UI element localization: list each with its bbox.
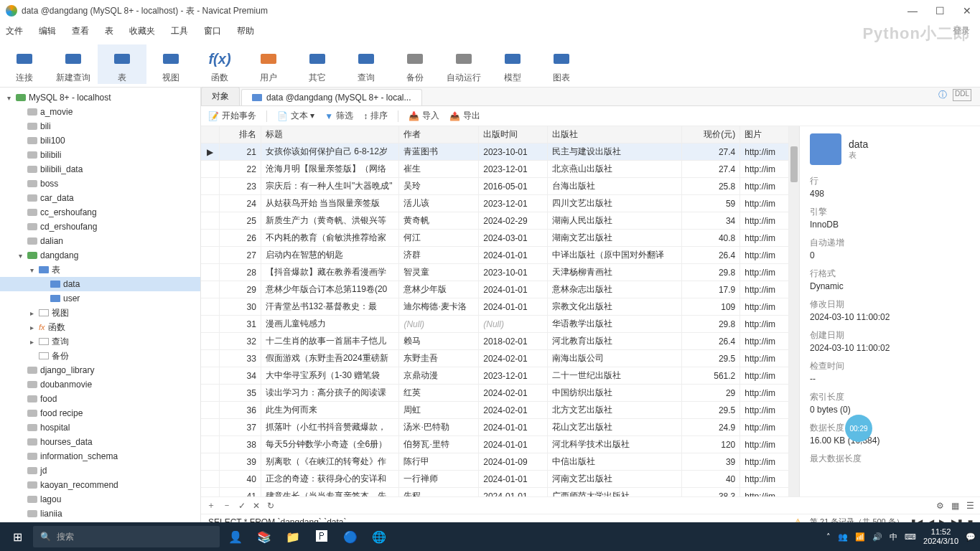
menu-window[interactable]: 窗口 (204, 25, 221, 37)
toolbar-表[interactable]: 表 (98, 44, 146, 84)
tree-item-视图[interactable]: ▸视图 (0, 306, 200, 320)
menu-file[interactable]: 文件 (6, 25, 23, 37)
tree-item-user[interactable]: user (0, 291, 200, 306)
column-header[interactable]: 出版时间 (479, 126, 548, 143)
twisty-icon[interactable]: ▾ (16, 252, 24, 260)
menu-favorites[interactable]: 收藏夹 (129, 25, 155, 37)
data-grid[interactable]: 排名标题作者出版时间出版社现价(元)图片▶21女孩你该如何保护自己 6-8-12… (201, 126, 789, 496)
taskbar-search[interactable]: 🔍 搜索 (33, 526, 220, 547)
toolbar-自动运行[interactable]: 自动运行 (439, 44, 488, 84)
toolbar-备份[interactable]: 备份 (391, 44, 439, 84)
tree-item-dangdang[interactable]: ▾dangdang (0, 248, 200, 263)
tree-item-bili100[interactable]: bili100 (0, 133, 200, 148)
menu-help[interactable]: 帮助 (237, 25, 254, 37)
tree-item-information_schema[interactable]: information_schema (0, 449, 200, 463)
tree-item-a_movie[interactable]: a_movie (0, 105, 200, 119)
tree-item-bilibili[interactable]: bilibili (0, 148, 200, 162)
tree-item-hospital[interactable]: hospital (0, 420, 200, 435)
table-row[interactable]: 28【抖音爆款】藏在教养看漫画学智灵童2023-10-01天津杨柳青画社29.8… (201, 264, 789, 281)
table-row[interactable]: 37抓落叶（小红书抖音赞藏爆款，汤米·巴特勒2024-01-01花山文艺出版社2… (201, 419, 789, 436)
table-row[interactable]: 40正念的奇迹：获得身心的安详和一行禅师2024-01-01河南文艺出版社40h… (201, 471, 789, 488)
minimize-button[interactable]: — (905, 5, 920, 17)
toolbar-用户[interactable]: 用户 (244, 44, 293, 84)
column-header[interactable]: 作者 (399, 126, 479, 143)
close-button[interactable]: ✕ (960, 5, 974, 17)
menu-table[interactable]: 表 (105, 25, 113, 37)
tree-item-food recipe[interactable]: food recipe (0, 406, 200, 420)
maximize-button[interactable]: ☐ (933, 5, 947, 17)
table-row[interactable]: 32十二生肖的故事一首届丰子恺儿赖马2018-02-01河北教育出版社26.4h… (201, 333, 789, 350)
taskbar-app-1[interactable]: 👤 (223, 526, 248, 547)
tray-wifi-icon[interactable]: 📶 (855, 532, 865, 542)
tree-item-函数[interactable]: ▸fx函数 (0, 320, 200, 334)
column-header[interactable] (201, 126, 219, 143)
start-button[interactable]: ⊞ (4, 526, 30, 547)
settings-icon[interactable]: ⚙ (936, 501, 944, 511)
twisty-icon[interactable]: ▸ (27, 309, 36, 317)
export-button[interactable]: 📤 导出 (449, 110, 480, 122)
table-row[interactable]: 41肆意生长（当当专享亲签本，先先程2024-01-01广西师范大学出版社38.… (201, 488, 789, 497)
toolbar-查询[interactable]: 查询 (342, 44, 391, 84)
tree-item-查询[interactable]: ▸查询 (0, 334, 200, 349)
tree-item-boss[interactable]: boss (0, 176, 200, 191)
windows-taskbar[interactable]: ⊞ 🔍 搜索 👤 📚 📁 🅿 🔵 🌐 ˄ 👥 📶 🔊 中 ⌨ 11:52 202… (0, 522, 980, 551)
table-row[interactable]: 29意林少年版合订本总第119卷(20意林少年版2024-01-01意林杂志出版… (201, 281, 789, 298)
sort-button[interactable]: ↕ 排序 (363, 110, 388, 122)
tray-people-icon[interactable]: 👥 (838, 532, 848, 542)
twisty-icon[interactable]: ▸ (27, 338, 36, 346)
taskbar-navicat[interactable]: 🔵 (337, 526, 363, 547)
toolbar-视图[interactable]: 视图 (146, 44, 195, 84)
tab-data[interactable]: data @dangdang (MySQL 8+ - local... (241, 89, 422, 105)
filter-button[interactable]: ▼ 筛选 (325, 110, 353, 122)
tray-notifications-icon[interactable]: 💬 (966, 532, 976, 542)
toolbar-函数[interactable]: f(x)函数 (195, 44, 244, 84)
grid-view-icon[interactable]: ▦ (951, 501, 959, 511)
tray-ime[interactable]: 中 (890, 532, 897, 542)
cancel-button[interactable]: ✕ (253, 501, 260, 511)
tree-item-food[interactable]: food (0, 392, 200, 406)
tray-clock[interactable]: 11:52 2024/3/10 (923, 527, 958, 546)
tree-item-MySQL 8+ - localhost[interactable]: ▾MySQL 8+ - localhost (0, 90, 200, 105)
column-header[interactable]: 排名 (219, 126, 261, 143)
table-row[interactable]: 24从姑获鸟开始 当当限量亲签版活儿该2023-12-01四川文艺出版社59ht… (201, 195, 789, 212)
taskbar-edge[interactable]: 🌐 (366, 526, 392, 547)
begin-tx-button[interactable]: 📝 开始事务 (208, 110, 256, 122)
table-row[interactable]: 26不内耗的教育（俞敏洪推荐给家何江2024-03-01湖南文艺出版社40.8h… (201, 230, 789, 247)
table-row[interactable]: ▶21女孩你该如何保护自己 6-8-12岁青蓝图书2023-10-01民主与建设… (201, 143, 789, 161)
text-view-button[interactable]: 📄 文本 ▾ (277, 110, 314, 122)
tree-item-hourses_data[interactable]: hourses_data (0, 435, 200, 449)
tray-chevron-icon[interactable]: ˄ (826, 532, 831, 542)
tree-item-lagou[interactable]: lagou (0, 492, 200, 507)
add-row-button[interactable]: ＋ (207, 499, 215, 512)
twisty-icon[interactable]: ▾ (27, 266, 36, 274)
menu-edit[interactable]: 编辑 (39, 25, 56, 37)
tree-item-备份[interactable]: 备份 (0, 349, 200, 363)
toolbar-模型[interactable]: 模型 (488, 44, 537, 84)
taskbar-explorer[interactable]: 📁 (280, 526, 306, 547)
form-view-icon[interactable]: ☰ (966, 501, 974, 511)
tree-item-kaoyan_recommend[interactable]: kaoyan_recommend (0, 478, 200, 492)
tree-item-表[interactable]: ▾表 (0, 263, 200, 277)
table-row[interactable]: 39别离歌（《在峡江的转弯处》作陈行甲2024-01-09中信出版社39http… (201, 453, 789, 471)
column-header[interactable]: 图片 (740, 126, 789, 143)
nav-tree[interactable]: ▾MySQL 8+ - localhosta_moviebilibili100b… (0, 88, 201, 529)
system-tray[interactable]: ˄ 👥 📶 🔊 中 ⌨ 11:52 2024/3/10 💬 (826, 527, 976, 546)
tree-item-bili[interactable]: bili (0, 119, 200, 133)
tray-keyboard-icon[interactable]: ⌨ (905, 532, 916, 542)
table-row[interactable]: 35读出学习力：高分孩子的阅读课红英2024-02-01中国纺织出版社29htt… (201, 385, 789, 402)
taskbar-pycharm[interactable]: 🅿 (309, 526, 335, 547)
toolbar-新建查询[interactable]: 新建查询 (49, 44, 98, 84)
taskbar-app-2[interactable]: 📚 (251, 526, 277, 547)
toolbar-其它[interactable]: 其它 (293, 44, 342, 84)
tree-item-dalian[interactable]: dalian (0, 234, 200, 248)
tree-item-cd_ershoufang[interactable]: cd_ershoufang (0, 220, 200, 234)
table-row[interactable]: 36此生为何而来周虹2024-02-01北方文艺出版社29.5http://im (201, 402, 789, 419)
toolbar-连接[interactable]: 连接 (0, 44, 49, 84)
vertical-scrollbar[interactable] (789, 126, 799, 496)
table-row[interactable]: 30汗青堂丛书132·基督教史：最迪尔梅德·麦卡洛2024-01-01宗教文化出… (201, 298, 789, 316)
twisty-icon[interactable]: ▾ (4, 94, 13, 102)
import-button[interactable]: 📥 导入 (409, 110, 439, 122)
table-row[interactable]: 38每天5分钟数学小奇迹（全6册）伯努瓦·里特2024-01-01河北科学技术出… (201, 436, 789, 453)
delete-row-button[interactable]: － (223, 499, 231, 512)
tree-item-bilibili_data[interactable]: bilibili_data (0, 162, 200, 176)
